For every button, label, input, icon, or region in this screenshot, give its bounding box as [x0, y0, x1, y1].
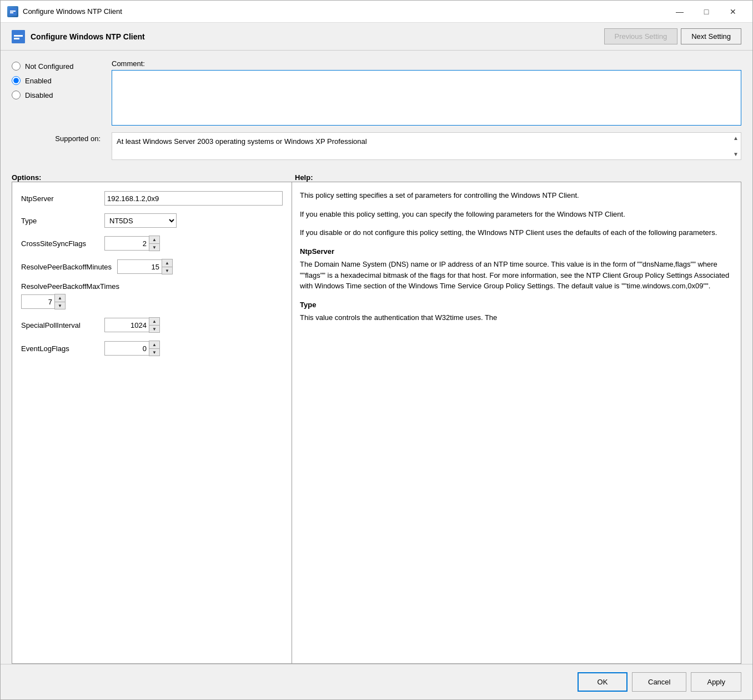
svg-rect-5: [14, 38, 19, 39]
cancel-button[interactable]: Cancel: [632, 672, 686, 692]
cross-site-row: CrossSiteSyncFlags ▲ ▼: [21, 236, 283, 251]
disabled-label: Disabled: [25, 91, 53, 99]
enabled-radio[interactable]: [12, 76, 21, 85]
ok-button[interactable]: OK: [578, 672, 628, 692]
maximize-button[interactable]: □: [694, 3, 719, 20]
disabled-radio[interactable]: [12, 91, 21, 99]
supported-text: At least Windows Server 2003 operating s…: [117, 137, 367, 146]
help-panel: This policy setting specifies a set of p…: [292, 182, 741, 664]
resolve-peer-max-spinner: ▲ ▼: [21, 294, 283, 309]
resolve-peer-minutes-spinner: ▲ ▼: [117, 259, 173, 274]
header-bar: Configure Windows NTP Client Previous Se…: [1, 23, 752, 51]
help-para-type: This value controls the authentication t…: [300, 312, 733, 323]
special-poll-row: SpecialPollInterval ▲ ▼: [21, 317, 283, 333]
previous-setting-button[interactable]: Previous Setting: [604, 28, 678, 44]
cross-site-input[interactable]: [104, 236, 149, 251]
cross-site-down-button[interactable]: ▼: [149, 243, 159, 251]
event-log-spinner-buttons: ▲ ▼: [149, 341, 160, 356]
dialog-content: Configure Windows NTP Client Previous Se…: [1, 23, 752, 699]
title-bar-controls: — □ ✕: [667, 3, 746, 20]
resolve-peer-max-spinner-buttons: ▲ ▼: [54, 294, 66, 309]
resolve-peer-minutes-up-button[interactable]: ▲: [162, 259, 172, 267]
minimize-button[interactable]: —: [667, 3, 692, 20]
help-header: Help:: [295, 173, 741, 182]
resolve-peer-max-up-button[interactable]: ▲: [55, 294, 65, 302]
special-poll-spinner: ▲ ▼: [104, 317, 160, 333]
resolve-peer-max-label: ResolvePeerBackoffMaxTimes: [21, 282, 283, 291]
enabled-label: Enabled: [25, 77, 52, 85]
header-nav: Previous Setting Next Setting: [604, 28, 742, 44]
window-title: Configure Windows NTP Client: [23, 7, 122, 16]
main-window: Configure Windows NTP Client — □ ✕ Confi…: [0, 0, 753, 700]
svg-rect-1: [10, 11, 16, 12]
comment-label: Comment:: [112, 59, 741, 68]
special-poll-spinner-buttons: ▲ ▼: [149, 317, 160, 333]
event-log-label: EventLogFlags: [21, 344, 99, 353]
resolve-peer-minutes-spinner-buttons: ▲ ▼: [162, 259, 173, 274]
scroll-up-icon: ▲: [733, 135, 739, 141]
header-icon: [12, 30, 25, 43]
enabled-option[interactable]: Enabled: [12, 76, 101, 85]
resolve-peer-max-down-button[interactable]: ▼: [55, 302, 65, 309]
ntp-server-input[interactable]: [104, 191, 283, 206]
svg-rect-2: [10, 12, 13, 13]
supported-box: At least Windows Server 2003 operating s…: [112, 132, 741, 160]
main-section: Not Configured Enabled Disabled Comment:: [1, 51, 752, 169]
not-configured-label: Not Configured: [25, 62, 73, 71]
footer: OK Cancel Apply: [1, 664, 752, 699]
event-log-down-button[interactable]: ▼: [149, 348, 159, 356]
panels-row: NtpServer Type NT5DS NTP NoSync AllSync …: [1, 182, 752, 664]
radio-group: Not Configured Enabled Disabled: [12, 59, 101, 99]
help-text: This policy setting specifies a set of p…: [300, 190, 733, 323]
type-select[interactable]: NT5DS NTP NoSync AllSync: [104, 213, 177, 228]
ntp-server-label: NtpServer: [21, 194, 99, 203]
special-poll-label: SpecialPollInterval: [21, 321, 99, 329]
cross-site-up-button[interactable]: ▲: [149, 236, 159, 243]
title-bar-left: Configure Windows NTP Client: [7, 6, 122, 17]
header-title: Configure Windows NTP Client: [31, 32, 145, 41]
close-button[interactable]: ✕: [720, 3, 746, 20]
title-bar: Configure Windows NTP Client — □ ✕: [1, 1, 752, 23]
event-log-spinner: ▲ ▼: [104, 341, 160, 356]
comment-section: Comment:: [112, 59, 741, 126]
help-para3: If you disable or do not configure this …: [300, 227, 733, 238]
event-log-input[interactable]: [104, 341, 149, 356]
ntp-server-row: NtpServer: [21, 191, 283, 206]
comment-textarea[interactable]: [112, 70, 741, 126]
special-poll-input[interactable]: [104, 318, 149, 332]
options-panel: NtpServer Type NT5DS NTP NoSync AllSync …: [12, 182, 292, 664]
type-label: Type: [21, 217, 99, 225]
apply-button[interactable]: Apply: [691, 672, 741, 692]
next-setting-button[interactable]: Next Setting: [681, 28, 741, 44]
help-para1: This policy setting specifies a set of p…: [300, 190, 733, 201]
help-para-ntp: The Domain Name System (DNS) name or IP …: [300, 259, 733, 292]
not-configured-radio[interactable]: [12, 62, 21, 71]
resolve-peer-minutes-down-button[interactable]: ▼: [162, 267, 172, 274]
cross-site-spinner-buttons: ▲ ▼: [149, 236, 160, 251]
special-poll-down-button[interactable]: ▼: [149, 325, 159, 332]
help-section-ntp: NtpServer: [300, 246, 733, 257]
cross-site-label: CrossSiteSyncFlags: [21, 239, 99, 248]
supported-label: Supported on:: [12, 132, 101, 143]
not-configured-option[interactable]: Not Configured: [12, 62, 101, 71]
config-row: Not Configured Enabled Disabled Comment:: [12, 59, 741, 126]
svg-rect-4: [14, 35, 23, 37]
special-poll-up-button[interactable]: ▲: [149, 318, 159, 325]
help-section-type: Type: [300, 299, 733, 311]
help-para2: If you enable this policy setting, you c…: [300, 209, 733, 220]
resolve-peer-minutes-label: ResolvePeerBackoffMinutes: [21, 263, 112, 271]
header-left: Configure Windows NTP Client: [12, 30, 145, 43]
event-log-row: EventLogFlags ▲ ▼: [21, 341, 283, 356]
cross-site-spinner: ▲ ▼: [104, 236, 160, 251]
section-headers: Options: Help:: [1, 173, 752, 182]
resolve-peer-minutes-input[interactable]: [117, 259, 162, 274]
disabled-option[interactable]: Disabled: [12, 91, 101, 99]
scroll-down-icon: ▼: [733, 151, 739, 157]
window-icon: [7, 6, 18, 17]
resolve-peer-max-input[interactable]: [21, 294, 54, 309]
type-row: Type NT5DS NTP NoSync AllSync: [21, 213, 283, 228]
event-log-up-button[interactable]: ▲: [149, 341, 159, 348]
resolve-peer-max-block: ResolvePeerBackoffMaxTimes ▲ ▼: [21, 282, 283, 309]
options-header: Options:: [12, 173, 295, 182]
supported-section: Supported on: At least Windows Server 20…: [12, 132, 741, 160]
